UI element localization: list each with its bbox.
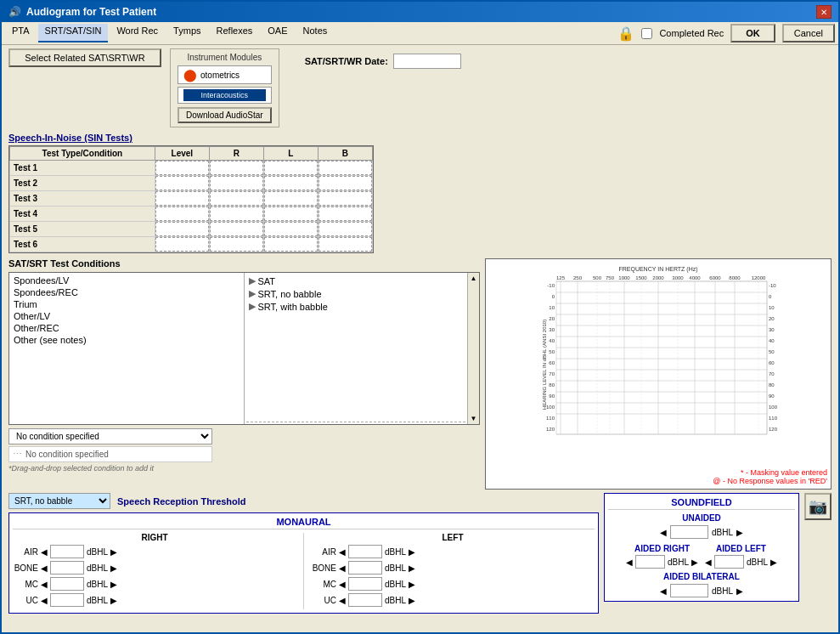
svg-text:2000: 2000: [652, 275, 664, 280]
cancel-button[interactable]: Cancel: [782, 24, 835, 42]
sin-test3-r[interactable]: [210, 191, 263, 206]
sin-test3-b[interactable]: [319, 191, 372, 206]
arrow-r-uc2: ▶: [110, 596, 117, 605]
interacoustics-button[interactable]: Interacoustics: [178, 87, 272, 104]
scrollbar[interactable]: ▲ ▼: [467, 273, 479, 424]
sin-test2-r[interactable]: [210, 176, 263, 190]
condition-spondees-rec[interactable]: Spondees/REC: [11, 286, 242, 298]
camera-button[interactable]: 📷: [804, 493, 832, 520]
srt-with-babble-label: SRT, with babble: [258, 302, 328, 312]
air-right-input[interactable]: [50, 545, 84, 558]
air-label-l: AIR: [311, 547, 336, 557]
left-label: LEFT: [311, 533, 595, 542]
sin-test5-level[interactable]: [155, 222, 209, 236]
completed-rec-label: Completed Rec: [659, 28, 724, 38]
condition-other-rec[interactable]: Other/REC: [11, 322, 242, 334]
aided-left-col: AIDED LEFT ◀ dBHL ▶: [705, 544, 777, 569]
menu-reflexes[interactable]: Reflexes: [210, 24, 260, 42]
arrow-l-air2: ▶: [409, 547, 415, 557]
aided-bilateral-input[interactable]: [670, 584, 708, 597]
condition-other-lv[interactable]: Other/LV: [11, 310, 242, 322]
row-label-2: Test 2: [10, 176, 155, 191]
sin-test3-level[interactable]: [155, 191, 209, 206]
srt-no-babble[interactable]: ▶ SRT, no babble: [246, 287, 466, 300]
bone-left-input[interactable]: [348, 561, 382, 575]
sin-test6-l[interactable]: [264, 237, 318, 252]
sin-test6-b[interactable]: [319, 237, 372, 252]
dbhl-al: dBHL: [747, 558, 768, 567]
otometrics-button[interactable]: ⬤ otometrics: [178, 65, 272, 84]
dbhl-unaided: dBHL: [712, 528, 733, 537]
bone-right-input[interactable]: [50, 561, 84, 575]
sin-test5-l[interactable]: [264, 222, 318, 236]
srt-with-babble[interactable]: ▶ SRT, with babble: [246, 300, 466, 313]
condition-other-notes[interactable]: Other (see notes): [11, 334, 242, 346]
menu-word-rec[interactable]: Word Rec: [110, 24, 165, 42]
sin-test1-l[interactable]: [264, 161, 318, 175]
arrow-l-uc2: ▶: [409, 596, 415, 605]
uc-left-input[interactable]: [348, 593, 382, 607]
condition-spondees-lv[interactable]: Spondees/LV: [11, 275, 242, 286]
bone-label-l: BONE: [311, 563, 336, 573]
aided-right-col: AIDED RIGHT ◀ dBHL ▶: [626, 544, 698, 569]
mc-left-input[interactable]: [348, 577, 382, 591]
row-label-6: Test 6: [10, 237, 155, 252]
header-actions: 🔒 Completed Rec OK Cancel: [617, 24, 835, 42]
uc-right-input[interactable]: [50, 593, 84, 607]
svg-text:120: 120: [546, 427, 555, 432]
date-input[interactable]: 04/13/2021: [393, 54, 461, 69]
air-left-input[interactable]: [348, 545, 382, 558]
select-related-button[interactable]: Select Related SAT\SRT\WR: [8, 48, 161, 67]
monaural-title: MONAURAL: [13, 517, 595, 529]
sin-test4-level[interactable]: [155, 207, 209, 221]
svg-text:80: 80: [549, 382, 555, 388]
svg-text:10: 10: [769, 305, 775, 310]
close-button[interactable]: ✕: [816, 5, 832, 19]
sin-test5-r[interactable]: [210, 222, 263, 236]
download-audiostar-button[interactable]: Download AudioStar: [178, 107, 272, 123]
svg-text:100: 100: [546, 405, 555, 410]
srt-sat[interactable]: ▶ SAT: [246, 275, 466, 287]
sin-test6-r[interactable]: [210, 237, 263, 252]
svg-text:60: 60: [549, 360, 555, 365]
arrow-l-uc: ◀: [339, 596, 346, 605]
unaided-input[interactable]: [670, 525, 708, 539]
svg-rect-41: [556, 281, 767, 434]
sin-test1-b[interactable]: [319, 161, 372, 175]
table-row: Test 3: [10, 191, 373, 207]
arrow-ab-r: ▶: [736, 586, 743, 596]
condition-trium[interactable]: Trium: [11, 298, 242, 310]
sin-test4-b[interactable]: [319, 207, 372, 221]
sin-test3-l[interactable]: [264, 191, 318, 206]
no-condition-select[interactable]: No condition specified: [8, 428, 212, 444]
arrow-l-mc: ◀: [339, 580, 346, 589]
sin-test2-level[interactable]: [155, 176, 209, 190]
sin-test4-l[interactable]: [264, 207, 318, 221]
sin-test1-level[interactable]: [155, 161, 209, 175]
completed-rec-checkbox[interactable]: [641, 28, 652, 39]
sin-test2-l[interactable]: [264, 176, 318, 190]
menu-bar: PTA SRT/SAT/SIN Word Rec Tymps Reflexes …: [2, 22, 838, 45]
aided-left-input[interactable]: [714, 555, 744, 569]
dots-icon: ⋯: [13, 449, 22, 460]
ok-button[interactable]: OK: [730, 24, 775, 42]
svg-text:40: 40: [549, 338, 555, 343]
srt-type-dropdown[interactable]: SRT, no babble: [8, 493, 110, 509]
sin-test5-b[interactable]: [319, 222, 372, 236]
row-label-5: Test 5: [10, 222, 155, 237]
mc-right-input[interactable]: [50, 577, 84, 591]
sin-test6-level[interactable]: [155, 237, 209, 252]
menu-notes[interactable]: Notes: [296, 24, 335, 42]
svg-text:100: 100: [769, 405, 778, 410]
sin-test4-r[interactable]: [210, 207, 263, 221]
menu-oae[interactable]: OAE: [261, 24, 294, 42]
svg-text:12000: 12000: [752, 275, 766, 280]
svg-text:0: 0: [769, 294, 772, 299]
aided-right-input[interactable]: [635, 555, 665, 569]
svg-text:50: 50: [549, 349, 555, 354]
menu-srt-sat-sin[interactable]: SRT/SAT/SIN: [38, 24, 109, 42]
sin-test1-r[interactable]: [210, 161, 263, 175]
menu-tymps[interactable]: Tymps: [166, 24, 207, 42]
menu-pta[interactable]: PTA: [5, 24, 37, 42]
sin-test2-b[interactable]: [319, 176, 372, 190]
